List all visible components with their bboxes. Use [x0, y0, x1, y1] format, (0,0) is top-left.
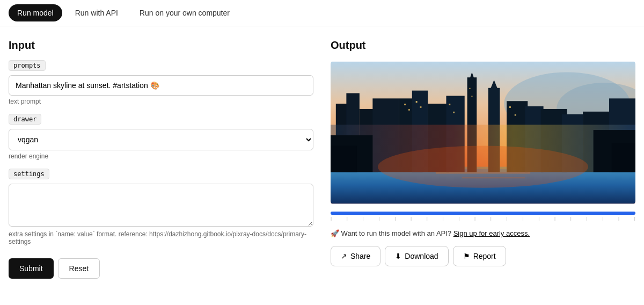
- download-button[interactable]: ⬇ Download: [385, 246, 448, 266]
- input-panel: Input prompts text prompt drawer vqgan d…: [9, 39, 313, 279]
- report-label: Report: [473, 252, 496, 260]
- progress-track: [331, 212, 635, 215]
- output-image-container: [331, 60, 635, 205]
- svg-rect-34: [471, 96, 472, 97]
- drawer-hint: render engine: [9, 152, 313, 160]
- progress-ticks: | | | | | | | | | | | | | | | | | | | |: [331, 216, 635, 221]
- prompts-input[interactable]: [9, 75, 313, 96]
- top-nav: Run model Run with API Run on your own c…: [0, 0, 644, 26]
- prompts-label: prompts: [9, 60, 46, 71]
- api-notice: 🚀 Want to run this model with an API? Si…: [331, 229, 635, 237]
- share-icon: ↗: [341, 252, 347, 260]
- svg-rect-35: [509, 106, 511, 108]
- svg-rect-31: [449, 104, 450, 105]
- input-title: Input: [9, 39, 313, 52]
- report-icon: ⚑: [463, 252, 470, 260]
- share-label: Share: [350, 252, 370, 260]
- submit-button[interactable]: Submit: [9, 258, 54, 279]
- output-panel: Output: [331, 39, 635, 279]
- drawer-label: drawer: [9, 114, 41, 125]
- svg-rect-27: [404, 104, 406, 105]
- action-buttons: ↗ Share ⬇ Download ⚑ Report: [331, 246, 635, 266]
- nav-run-model[interactable]: Run model: [9, 4, 62, 21]
- svg-rect-29: [416, 101, 418, 103]
- prompts-group: prompts text prompt: [9, 60, 313, 105]
- settings-group: settings extra settings in `name: value`…: [9, 169, 313, 245]
- main-content: Input prompts text prompt drawer vqgan d…: [0, 26, 644, 292]
- progress-container: | | | | | | | | | | | | | | | | | | | |: [331, 212, 635, 221]
- api-notice-text: 🚀 Want to run this model with an API?: [331, 229, 451, 237]
- settings-hint: extra settings in `name: value` format. …: [9, 230, 313, 245]
- settings-textarea[interactable]: [9, 184, 313, 227]
- output-image: [331, 60, 635, 205]
- prompts-hint: text prompt: [9, 98, 313, 105]
- svg-rect-36: [515, 114, 516, 116]
- report-button[interactable]: ⚑ Report: [453, 246, 506, 266]
- progress-fill: [331, 212, 635, 215]
- output-title: Output: [331, 39, 635, 52]
- nav-run-with-api[interactable]: Run with API: [67, 4, 127, 21]
- svg-rect-33: [470, 88, 471, 89]
- svg-point-26: [378, 146, 588, 187]
- svg-rect-40: [612, 143, 635, 172]
- settings-label: settings: [9, 169, 49, 179]
- form-buttons: Submit Reset: [9, 258, 313, 279]
- svg-rect-30: [420, 106, 421, 108]
- svg-rect-32: [453, 112, 455, 113]
- download-label: Download: [405, 252, 438, 260]
- share-button[interactable]: ↗ Share: [331, 246, 380, 266]
- drawer-select[interactable]: vqgan diffusion pixray: [9, 129, 313, 150]
- svg-rect-39: [331, 146, 357, 172]
- download-icon: ⬇: [395, 252, 401, 260]
- nav-run-own-computer[interactable]: Run on your own computer: [131, 4, 238, 21]
- reset-button[interactable]: Reset: [58, 258, 100, 279]
- svg-rect-28: [408, 109, 410, 111]
- api-signup-link[interactable]: Sign up for early access.: [453, 229, 530, 237]
- drawer-group: drawer vqgan diffusion pixray render eng…: [9, 114, 313, 160]
